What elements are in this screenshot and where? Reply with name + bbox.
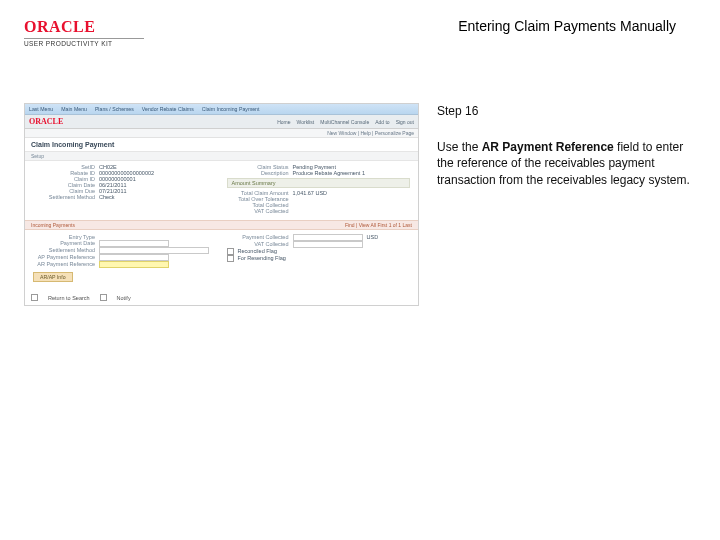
checkbox-label: Reconciled Flag [238, 248, 277, 255]
field-label: Settlement Method [33, 194, 95, 200]
return-icon [31, 294, 38, 301]
reconciled-checkbox[interactable] [227, 248, 234, 255]
field-value: 1,041.67 USD [293, 190, 328, 196]
incoming-payments-label: Incoming Payments [31, 222, 75, 228]
field-label: AR Payment Reference [33, 261, 95, 268]
instruction-pane: Step 16 Use the AR Payment Reference fie… [437, 103, 696, 306]
toplink[interactable]: Sign out [396, 119, 414, 125]
page-title: Entering Claim Payments Manually [458, 18, 696, 34]
settlement-method-select[interactable] [99, 247, 209, 254]
checkbox-label: For Resending Flag [238, 255, 286, 262]
payment-collected-input[interactable] [293, 234, 363, 241]
field-label: Payment Date [33, 240, 95, 247]
field-label: VAT Collected [227, 241, 289, 248]
notify-icon [100, 294, 107, 301]
utility-links[interactable]: New Window | Help | Personalize Page [25, 129, 418, 138]
field-label: Payment Collected [227, 234, 289, 241]
footer-actions: Return to Search Notify [25, 290, 418, 305]
field-label: Settlement Method [33, 247, 95, 254]
payment-date-input[interactable] [99, 240, 169, 247]
instruction-text: Use the AR Payment Reference field to en… [437, 139, 696, 188]
breadcrumb-item[interactable]: Main Menu [61, 106, 87, 112]
ap-payment-reference-input[interactable] [99, 254, 169, 261]
ar-payment-reference-input[interactable] [99, 261, 169, 268]
step-number: Step 16 [437, 103, 696, 119]
amount-summary-heading: Amount Summary [227, 178, 411, 188]
breadcrumb: Last Menu Main Menu Plans / Schemes Vend… [25, 104, 418, 115]
breadcrumb-item[interactable]: Last Menu [29, 106, 53, 112]
notify-link[interactable]: Notify [117, 295, 131, 301]
toplink[interactable]: Worklist [297, 119, 315, 125]
return-to-search-link[interactable]: Return to Search [48, 295, 90, 301]
toplink[interactable]: Home [277, 119, 290, 125]
ar-ap-info-button[interactable]: AR/AP Info [33, 272, 73, 282]
toplink[interactable]: Add to [375, 119, 389, 125]
section-title: Claim Incoming Payment [25, 138, 418, 151]
logo-block: ORACLE USER PRODUCTIVITY KIT [24, 18, 164, 47]
field-label: Description [227, 170, 289, 176]
logo-subtitle: USER PRODUCTIVITY KIT [24, 38, 144, 47]
oracle-logo: ORACLE [24, 18, 164, 36]
subsection-bar: Setup [25, 151, 418, 161]
app-screenshot: Last Menu Main Menu Plans / Schemes Vend… [24, 103, 419, 306]
breadcrumb-item[interactable]: Claim Incoming Payment [202, 106, 260, 112]
oracle-logo-small: ORACLE [29, 117, 63, 126]
field-label: VAT Collected [227, 208, 289, 214]
field-value: Check [99, 194, 115, 200]
incoming-payments-bar: Incoming Payments Find | View All First … [25, 220, 418, 230]
toplink[interactable]: MultiChannel Console [320, 119, 369, 125]
breadcrumb-item[interactable]: Vendor Rebate Claims [142, 106, 194, 112]
field-label: AP Payment Reference [33, 254, 95, 261]
brand-bar: ORACLE Home Worklist MultiChannel Consol… [25, 115, 418, 129]
breadcrumb-item[interactable]: Plans / Schemes [95, 106, 134, 112]
grid-pager[interactable]: Find | View All First 1 of 1 Last [345, 222, 412, 228]
resending-checkbox[interactable] [227, 255, 234, 262]
highlighted-field-name: AR Payment Reference [482, 140, 614, 154]
vat-collected-input[interactable] [293, 241, 363, 248]
currency-label: USD [367, 234, 379, 241]
header: ORACLE USER PRODUCTIVITY KIT Entering Cl… [0, 0, 720, 53]
field-value: Produce Rebate Agreement 1 [293, 170, 365, 176]
